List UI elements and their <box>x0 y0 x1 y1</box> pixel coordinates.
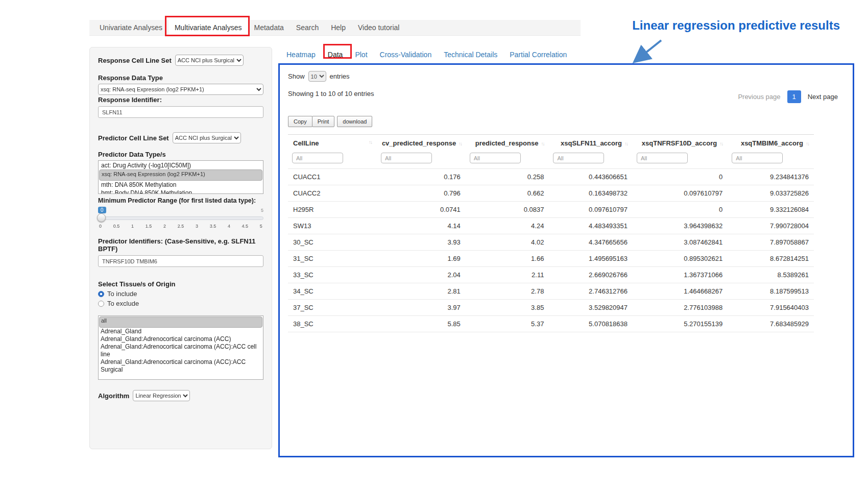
nav-item-search[interactable]: Search <box>290 20 325 35</box>
table-head: CellLine↑↓cv_predicted_response↑↓predict… <box>288 135 814 169</box>
value-cell: 0.163498732 <box>549 185 633 202</box>
sidebar-panel: Response Cell Line Set ACC NCI plus Surg… <box>89 47 272 449</box>
cellline-cell: CUACC1 <box>288 169 377 185</box>
copy-button[interactable]: Copy <box>288 116 312 127</box>
predictor-identifiers-row: Predictor Identifiers: (Case-Sensitive, … <box>98 237 263 267</box>
tissue-option-adrenal-gland[interactable]: Adrenal_Gland <box>99 328 262 335</box>
algorithm-row: Algorithm Linear Regression <box>98 390 263 401</box>
tab-partial-correlation[interactable]: Partial Correlation <box>503 48 573 61</box>
column-header-predicted-response[interactable]: predicted_response↑↓ <box>466 135 549 152</box>
slider-track[interactable] <box>98 216 263 220</box>
min-predictor-range-row: Minimum Predictor Range (for first liste… <box>98 197 263 235</box>
column-header-xsqtnfrsf10d-accorg[interactable]: xsqTNFRSF10D_accorg↑↓ <box>633 135 728 152</box>
response-identifier-input[interactable] <box>98 106 263 118</box>
main-navbar: Univariate AnalysesMultivariate Analyses… <box>89 20 581 36</box>
nav-item-video-tutorial[interactable]: Video tutorial <box>352 20 405 35</box>
filter-cell <box>728 152 814 169</box>
datatype-option-mth[interactable]: mth: DNA 850K Methylation <box>99 181 262 189</box>
table-row[interactable]: 33_SC2.042.112.6690267661.3673710668.538… <box>288 267 814 283</box>
slider-tick-3-5: 3.5 <box>210 224 216 229</box>
download-button[interactable]: download <box>337 116 372 127</box>
value-cell: 0.662 <box>466 185 549 202</box>
radio-to-include[interactable]: To include <box>98 290 263 298</box>
table-row[interactable]: 31_SC1.691.661.4956951630.8953026218.672… <box>288 251 814 267</box>
value-cell: 4.02 <box>466 234 549 251</box>
min-predictor-range-slider[interactable]: 0 5 00.511.522.533.544.55 <box>98 207 263 235</box>
sort-arrows-icon[interactable]: ↑↓ <box>806 141 809 147</box>
table-row[interactable]: 37_SC3.973.853.5298209472.7761039887.915… <box>288 300 814 316</box>
datatype-option-act[interactable]: act: Drug Activity (-log10[IC50M]) <box>99 161 262 169</box>
column-label: predicted_response <box>475 139 539 147</box>
page-number-button[interactable]: 1 <box>787 90 801 103</box>
table-row[interactable]: SW134.144.244.4834933513.9643986327.9907… <box>288 218 814 234</box>
value-cell: 2.04 <box>377 267 466 283</box>
filter-input-cv-predicted-response[interactable] <box>381 153 432 163</box>
response-data-type-select[interactable]: xsq: RNA-seq Expression (log2 FPKM+1) <box>98 84 263 95</box>
tab-cross-validation[interactable]: Cross-Validation <box>374 48 438 61</box>
value-cell: 3.087462841 <box>633 234 728 251</box>
value-cell: 1.69 <box>377 251 466 267</box>
datatype-option-bmt[interactable]: bmt: Body DNA 850K Methylation <box>99 189 262 194</box>
column-header-xsqtmbim6-accorg[interactable]: xsqTMBIM6_accorg↑↓ <box>728 135 814 152</box>
predictor-data-type-listbox[interactable]: act: Drug Activity (-log10[IC50M])xsq: R… <box>98 160 263 194</box>
nav-item-help[interactable]: Help <box>325 20 352 35</box>
entries-select[interactable]: 10 <box>308 71 326 82</box>
filter-input-xsqtmbim6-accorg[interactable] <box>732 153 783 163</box>
tissue-list-row: allAdrenal_GlandAdrenal_Gland:Adrenocort… <box>98 315 263 380</box>
datatype-option-xsq[interactable]: xsq: RNA-seq Expression (log2 FPKM+1) <box>99 169 262 181</box>
value-cell: 3.964398632 <box>633 218 728 234</box>
sort-arrows-icon[interactable]: ↑↓ <box>541 141 544 147</box>
tab-plot[interactable]: Plot <box>349 48 373 61</box>
sort-arrows-icon[interactable]: ↑↓ <box>369 139 372 145</box>
table-row[interactable]: H295R0.07410.08370.09761079709.332126084 <box>288 202 814 218</box>
tab-data[interactable]: Data <box>322 48 349 61</box>
filter-input-xsqslfn11-accorg[interactable] <box>553 153 604 163</box>
filter-input-xsqtnfrsf10d-accorg[interactable] <box>637 153 688 163</box>
radio-to-exclude[interactable]: To exclude <box>98 300 263 307</box>
value-cell: 4.483493351 <box>549 218 633 234</box>
table-row[interactable]: 34_SC2.812.782.7463127661.4646682678.187… <box>288 283 814 300</box>
value-cell: 0.796 <box>377 185 466 202</box>
response-cell-line-set-select[interactable]: ACC NCI plus Surgical <box>175 55 244 66</box>
response-cell-line-set-label: Response Cell Line Set <box>98 57 172 64</box>
min-predictor-range-label: Minimum Predictor Range (for first liste… <box>98 197 263 204</box>
tissue-option-adrenal-gland-adrenocortical-carcinoma-a[interactable]: Adrenal_Gland:Adrenocortical carcinoma (… <box>99 343 262 358</box>
table-row[interactable]: 38_SC5.855.375.0708186385.2701551397.683… <box>288 316 814 332</box>
sort-arrows-icon[interactable]: ↑↓ <box>719 141 722 147</box>
slider-tick-0: 0 <box>99 224 102 229</box>
tab-technical-details[interactable]: Technical Details <box>438 48 503 61</box>
algorithm-select[interactable]: Linear Regression <box>133 390 190 401</box>
predictor-cell-line-set-select[interactable]: ACC NCI plus Surgical <box>173 132 241 143</box>
slider-handle[interactable] <box>97 213 106 222</box>
table-row[interactable]: CUACC20.7960.6620.1634987320.0976107979.… <box>288 185 814 202</box>
nav-item-metadata[interactable]: Metadata <box>248 20 290 35</box>
tissue-option-adrenal-gland-adrenocortical-carcinoma-a[interactable]: Adrenal_Gland:Adrenocortical carcinoma (… <box>99 358 262 374</box>
table-row[interactable]: CUACC10.1760.2580.44360665109.234841376 <box>288 169 814 185</box>
value-cell: 7.990728004 <box>728 218 814 234</box>
print-button[interactable]: Print <box>312 116 335 127</box>
predictor-data-type-label: Predictor Data Type/s <box>98 151 263 158</box>
table-row[interactable]: 30_SC3.934.024.3476656563.0874628417.897… <box>288 234 814 251</box>
tissue-radio-group: To includeTo exclude <box>98 290 263 307</box>
sort-arrows-icon[interactable]: ↑↓ <box>459 141 462 147</box>
cellline-cell: 31_SC <box>288 251 377 267</box>
filter-input-cellline[interactable] <box>292 153 343 163</box>
filter-cell <box>549 152 633 169</box>
filter-input-predicted-response[interactable] <box>470 153 521 163</box>
column-header-cellline[interactable]: CellLine↑↓ <box>288 135 377 152</box>
tissue-listbox[interactable]: allAdrenal_GlandAdrenal_Gland:Adrenocort… <box>98 315 263 380</box>
cellline-cell: 37_SC <box>288 300 377 316</box>
tissue-option-all[interactable]: all <box>99 316 262 328</box>
predictor-identifiers-input[interactable] <box>98 255 263 267</box>
tab-heatmap[interactable]: Heatmap <box>280 48 322 61</box>
column-header-cv-predicted-response[interactable]: cv_predicted_response↑↓ <box>377 135 466 152</box>
sort-arrows-icon[interactable]: ↑↓ <box>624 141 628 147</box>
nav-item-univariate-analyses[interactable]: Univariate Analyses <box>93 20 168 35</box>
algorithm-label: Algorithm <box>98 392 129 400</box>
previous-page-button[interactable]: Previous page <box>733 90 785 103</box>
tissue-option-adrenal-gland-adrenocortical-carcinoma-a[interactable]: Adrenal_Gland:Adrenocortical carcinoma (… <box>99 335 262 343</box>
next-page-button[interactable]: Next page <box>803 90 842 103</box>
nav-item-multivariate-analyses[interactable]: Multivariate Analyses <box>168 20 248 35</box>
value-cell: 5.070818638 <box>549 316 633 332</box>
column-header-xsqslfn11-accorg[interactable]: xsqSLFN11_accorg↑↓ <box>549 135 633 152</box>
